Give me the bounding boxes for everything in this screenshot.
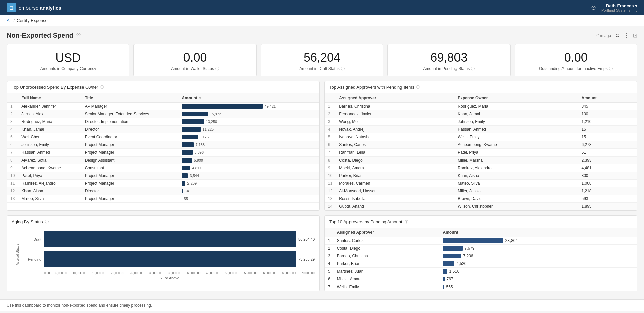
table-row: 12 Khan, Aisha Director 341 xyxy=(7,187,319,195)
help-icon[interactable]: ⊙ xyxy=(591,4,596,11)
user-company: Portland Systems, Inc xyxy=(601,8,637,12)
amount-bar xyxy=(182,112,208,116)
row-num: 3 xyxy=(7,118,18,125)
table-row: 6 Santos, Carlos Acheampong, Kwame 6,278 xyxy=(325,141,637,148)
user-name[interactable]: Beth Frances ▾ xyxy=(601,3,637,8)
row-num: 11 xyxy=(7,179,18,187)
row-owner: Hassan, Ahmed xyxy=(454,125,578,133)
table-row: 2 Costa, Diego 7,679 xyxy=(325,244,637,252)
kpi-card-2: 56,204 Amount in Draft Status ⓘ xyxy=(261,44,383,76)
kpi-info-icon[interactable]: ⓘ xyxy=(609,66,613,71)
row-title: Project Manager xyxy=(82,195,179,202)
row-num: 7 xyxy=(7,148,18,156)
row-name: Rodriguez, Maria xyxy=(18,118,81,125)
approver-bar xyxy=(443,238,503,243)
kpi-label: Amount in Wallet Status ⓘ xyxy=(171,66,219,71)
approver-bar xyxy=(443,254,461,258)
amount-bar xyxy=(182,158,192,163)
row-owner: Khan, Aisha xyxy=(454,172,578,179)
approver-bar xyxy=(443,277,445,281)
x-axis-tick: 15,000.00 xyxy=(92,271,105,275)
kpi-label: Amount in Draft Status ⓘ xyxy=(299,66,345,71)
col-approver[interactable]: Assigned Approver xyxy=(334,228,440,237)
row-num: 11 xyxy=(325,179,336,187)
row-num: 10 xyxy=(7,172,18,179)
row-name: Khan, Jamal xyxy=(18,125,81,133)
col-amount[interactable]: Amount xyxy=(440,228,637,237)
folder-icon[interactable]: ⊡ xyxy=(633,32,637,39)
top10-header: Top 10 Approvers by Pending Amount ⓘ xyxy=(325,216,637,228)
amount-bar xyxy=(182,173,188,178)
row-owner: Miller, Marsha xyxy=(454,156,578,164)
amount-bar xyxy=(182,104,263,109)
row-title: Design Assistant xyxy=(82,156,179,164)
top10-approvers-panel: Top 10 Approvers by Pending Amount ⓘ Ass… xyxy=(324,215,637,291)
row-amount: 49,421 xyxy=(179,102,319,110)
top-unprocessed-info[interactable]: ⓘ xyxy=(100,85,104,90)
kpi-info-icon[interactable]: ⓘ xyxy=(471,66,475,71)
row-name: Patel, Priya xyxy=(18,172,81,179)
top-assigned-info[interactable]: ⓘ xyxy=(416,85,420,90)
row-amount: 23,804 xyxy=(440,237,637,244)
col-fullname[interactable]: Full Name xyxy=(18,93,81,103)
aging-info[interactable]: ⓘ xyxy=(45,219,49,224)
row-approver: Wong, Mei xyxy=(336,118,454,125)
table-row: 11 Ramirez, Alejandro Project Manager 2,… xyxy=(7,179,319,187)
kpi-card-1: 0.00 Amount in Wallet Status ⓘ xyxy=(133,44,256,76)
refresh-icon[interactable]: ↻ xyxy=(615,32,620,39)
amount-value: 11,225 xyxy=(203,127,216,131)
x-axis-labels: 0.005,000.0010,000.0015,000.0020,000.002… xyxy=(44,271,315,275)
row-amount: 11,225 xyxy=(179,125,319,133)
row-approver: Rossi, Isabella xyxy=(336,195,454,202)
col-amount[interactable]: Amount xyxy=(578,93,637,103)
amount-value: 13,250 xyxy=(206,120,219,124)
bars-area: Draft 56,204.40 Pending 73,258.29 0.005,… xyxy=(24,231,315,280)
table-row: 1 Alexander, Jennifer AP Manager 49,421 xyxy=(7,102,319,110)
breadcrumb-all[interactable]: All xyxy=(7,18,11,23)
row-title: Senior Manager, Extended Services xyxy=(82,110,179,118)
row-num: 3 xyxy=(325,252,334,260)
more-options-icon[interactable]: ⋮ xyxy=(624,32,629,39)
table-row: 3 Rodriguez, Maria Director, Implementat… xyxy=(7,118,319,125)
col-approver[interactable]: Assigned Approver xyxy=(336,93,454,103)
table-row: 5 Ivanova, Natasha Wells, Emily 15 xyxy=(325,133,637,141)
col-amount[interactable]: Amount ▼ xyxy=(179,93,319,103)
row-num: 7 xyxy=(325,283,334,291)
row-title: Consultant xyxy=(82,164,179,172)
row-name: Wei, Chen xyxy=(18,133,81,141)
table-row: 6 Mbeki, Amara 767 xyxy=(325,275,637,283)
top10-info[interactable]: ⓘ xyxy=(405,219,408,224)
row-owner: Wells, Emily xyxy=(454,133,578,141)
row-amount: 767 xyxy=(440,275,637,283)
row-owner: Miller, Jessica xyxy=(454,187,578,195)
logo-text: emburse analytics xyxy=(19,5,61,11)
kpi-info-icon[interactable]: ⓘ xyxy=(215,66,219,71)
table-row: 7 Hassan, Ahmed Project Manager 6,396 xyxy=(7,148,319,156)
row-amount: 15 xyxy=(578,133,637,141)
amount-bar xyxy=(182,127,201,132)
col-owner[interactable]: Expense Owner xyxy=(454,93,578,103)
table-row: 3 Barnes, Christina 7,206 xyxy=(325,252,637,260)
row-approver: Barnes, Christina xyxy=(336,102,454,110)
row-approver: Al-Mansoori, Hassan xyxy=(336,187,454,195)
amount-value: 49,421 xyxy=(265,104,278,108)
top10-table: Assigned Approver Amount 1 Santos, Carlo… xyxy=(325,228,637,291)
row-amount: 3,544 xyxy=(179,172,319,179)
table-row: 5 Wei, Chen Event Coordinator 9,175 xyxy=(7,133,319,141)
row-num: 14 xyxy=(325,202,336,210)
row-amount: 4,520 xyxy=(440,260,637,267)
row-amount: 1,218 xyxy=(578,187,637,195)
amount-bar xyxy=(182,189,183,193)
favorite-icon[interactable]: ♡ xyxy=(76,32,81,39)
row-name: Khan, Aisha xyxy=(18,187,81,195)
row-approver: Martinez, Juan xyxy=(334,267,440,275)
row-amount: 51 xyxy=(578,148,637,156)
row-num: 6 xyxy=(325,141,336,148)
row-amount: 100 xyxy=(578,110,637,118)
table-row: 2 Fernandez, Javier Khan, Jamal 100 xyxy=(325,110,637,118)
col-title[interactable]: Title xyxy=(82,93,179,103)
x-axis-tick: 50,000.00 xyxy=(225,271,238,275)
row-num: 2 xyxy=(325,110,336,118)
kpi-info-icon[interactable]: ⓘ xyxy=(341,66,345,71)
row-num: 4 xyxy=(7,125,18,133)
